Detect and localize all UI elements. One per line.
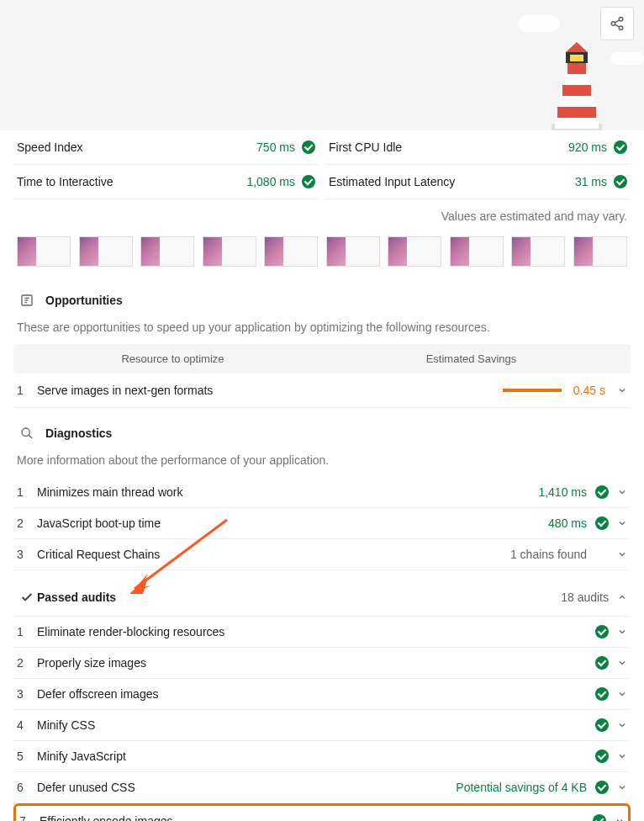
row-number: 1 <box>17 384 37 397</box>
metric-label: First CPU Idle <box>329 140 402 154</box>
chevron-down-icon[interactable] <box>617 658 627 668</box>
pass-check-icon <box>302 140 315 154</box>
svg-point-19 <box>22 428 29 436</box>
row-number: 2 <box>17 516 37 530</box>
diagnostic-value: 1 chains found <box>510 548 587 561</box>
search-icon <box>17 423 37 443</box>
opportunities-title: Opportunities <box>45 294 123 307</box>
audit-label: Minify JavaScript <box>37 749 595 763</box>
pass-check-icon <box>595 687 609 701</box>
pass-check-icon <box>614 175 627 188</box>
diagnostic-value: 480 ms <box>548 516 587 530</box>
pass-check-icon <box>595 625 609 638</box>
diagnostic-row[interactable]: 2JavaScript boot-up time480 ms <box>13 508 631 539</box>
audit-row[interactable]: 7Efficiently encode images <box>13 803 631 821</box>
diagnostic-row[interactable]: 1Minimizes main thread work1,410 ms <box>13 477 631 508</box>
chevron-down-icon[interactable] <box>617 720 627 730</box>
metric-value: 750 ms <box>256 140 315 154</box>
filmstrip-thumb[interactable] <box>203 236 256 267</box>
diagnostic-value: 1,410 ms <box>538 485 587 499</box>
row-number: 1 <box>17 625 37 638</box>
metric-value: 1,080 ms <box>246 175 315 188</box>
pass-check-icon <box>595 656 609 670</box>
diagnostic-label: Critical Request Chains <box>37 548 510 561</box>
diagnostic-label: JavaScript boot-up time <box>37 516 548 530</box>
svg-rect-11 <box>555 118 599 129</box>
audit-row[interactable]: 5Minify JavaScript <box>13 741 631 772</box>
audit-extra: Potential savings of 4 KB <box>456 781 587 794</box>
svg-line-3 <box>615 20 619 23</box>
diagnostic-row[interactable]: 3Critical Request Chains1 chains found <box>13 539 631 570</box>
row-number: 5 <box>17 749 37 763</box>
audit-label: Efficiently encode images <box>40 814 593 821</box>
diagnostic-label: Minimizes main thread work <box>37 485 538 499</box>
svg-rect-8 <box>562 85 591 96</box>
audit-row[interactable]: 6Defer unused CSSPotential savings of 4 … <box>13 772 631 803</box>
filmstrip-thumb[interactable] <box>79 236 133 267</box>
opportunities-desc: These are opportunities to speed up your… <box>13 317 631 344</box>
audit-row[interactable]: 4Minify CSS <box>13 710 631 741</box>
opportunities-icon <box>17 290 37 310</box>
row-number: 4 <box>17 718 37 732</box>
filmstrip <box>0 230 644 283</box>
svg-marker-14 <box>566 42 588 52</box>
chevron-down-icon[interactable] <box>617 385 627 395</box>
estimate-note: Values are estimated and may vary. <box>0 199 644 230</box>
pass-check-icon <box>593 814 606 821</box>
audit-label: Minify CSS <box>37 718 595 732</box>
pass-check-icon <box>595 516 609 530</box>
passed-audits-toggle[interactable]: Passed audits 18 audits <box>13 579 631 617</box>
pass-check-icon <box>614 140 627 154</box>
audit-label: Defer unused CSS <box>37 781 456 794</box>
audit-row[interactable]: 3Defer offscreen images <box>13 679 631 710</box>
chevron-down-icon[interactable] <box>617 751 627 761</box>
chevron-down-icon[interactable] <box>617 549 627 559</box>
row-number: 6 <box>17 781 37 794</box>
audit-label: Defer offscreen images <box>37 687 595 701</box>
passed-audits-title: Passed audits <box>37 591 116 604</box>
filmstrip-thumb[interactable] <box>511 236 565 267</box>
row-number: 7 <box>19 814 40 821</box>
metric-label: Speed Index <box>17 140 83 154</box>
metric-row: Time to Interactive1,080 ms <box>13 165 319 199</box>
row-number: 2 <box>17 656 37 670</box>
chevron-down-icon[interactable] <box>617 627 627 637</box>
passed-audits-section: Passed audits 18 audits 1Eliminate rende… <box>0 579 644 821</box>
share-button[interactable] <box>600 7 634 40</box>
opportunities-columns: Resource to optimize Estimated Savings <box>13 344 631 373</box>
chevron-down-icon[interactable] <box>615 816 625 821</box>
filmstrip-thumb[interactable] <box>17 236 71 267</box>
pass-check-icon <box>595 485 609 499</box>
filmstrip-thumb[interactable] <box>264 236 318 267</box>
opportunity-row[interactable]: 1Serve images in next-gen formats0.45 s <box>13 373 631 408</box>
filmstrip-thumb[interactable] <box>388 236 441 267</box>
filmstrip-thumb[interactable] <box>140 236 194 267</box>
check-icon <box>17 587 37 607</box>
audit-row[interactable]: 2Properly size images <box>13 648 631 679</box>
row-number: 3 <box>17 687 37 701</box>
chevron-down-icon[interactable] <box>617 689 627 699</box>
diagnostics-title: Diagnostics <box>45 426 112 440</box>
metric-value: 31 ms <box>575 175 627 188</box>
svg-rect-9 <box>560 96 594 107</box>
filmstrip-thumb[interactable] <box>573 236 627 267</box>
chevron-down-icon[interactable] <box>617 487 627 497</box>
filmstrip-thumb[interactable] <box>326 236 380 267</box>
passed-audits-count: 18 audits <box>561 591 609 604</box>
cloud-decor <box>610 52 644 65</box>
filmstrip-thumb[interactable] <box>450 236 504 267</box>
pass-check-icon <box>595 781 609 794</box>
chevron-up-icon <box>617 592 627 602</box>
chevron-down-icon[interactable] <box>617 782 627 792</box>
chevron-down-icon[interactable] <box>617 518 627 528</box>
metrics-panel: Speed Index750 ms Time to Interactive1,0… <box>0 130 644 199</box>
audit-row[interactable]: 1Eliminate render-blocking resources <box>13 617 631 648</box>
diagnostics-desc: More information about the performance o… <box>13 450 631 477</box>
lighthouse-icon <box>552 38 602 130</box>
metric-row: Speed Index750 ms <box>13 130 319 165</box>
metric-row: Estimated Input Latency31 ms <box>325 165 631 199</box>
metric-label: Estimated Input Latency <box>329 175 455 188</box>
metric-row: First CPU Idle920 ms <box>325 130 631 165</box>
svg-rect-7 <box>565 74 589 85</box>
audit-label: Properly size images <box>37 656 595 670</box>
